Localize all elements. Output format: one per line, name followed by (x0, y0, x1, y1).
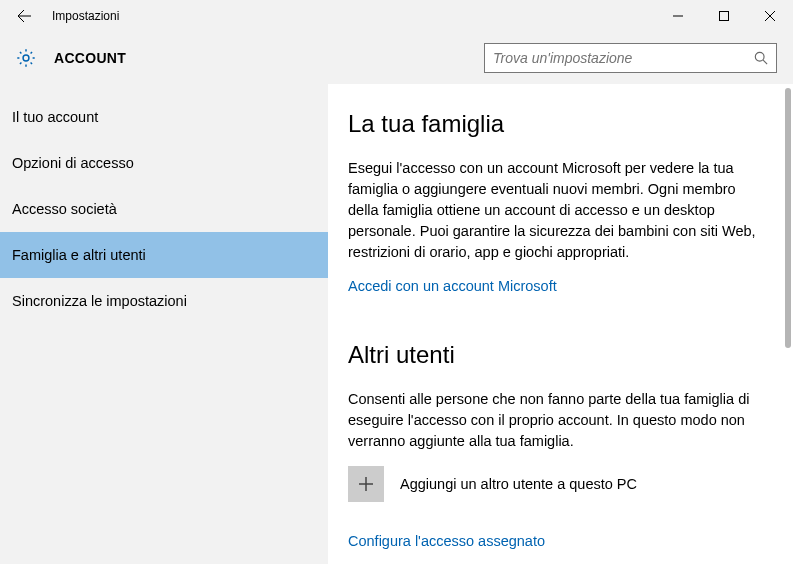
window-title: Impostazioni (48, 9, 119, 23)
sidebar-item-label: Sincronizza le impostazioni (12, 293, 187, 309)
sidebar-item-your-account[interactable]: Il tuo account (0, 94, 328, 140)
header: ACCOUNT (0, 32, 793, 84)
page-title: ACCOUNT (54, 50, 126, 66)
sidebar-item-label: Accesso società (12, 201, 117, 217)
other-users-section-title: Altri utenti (348, 341, 761, 369)
add-user-label: Aggiungi un altro utente a questo PC (400, 476, 637, 492)
add-user-button[interactable] (348, 466, 384, 502)
assigned-access-link[interactable]: Configura l'accesso assegnato (348, 533, 545, 549)
family-section-title: La tua famiglia (348, 110, 761, 138)
minimize-button[interactable] (655, 0, 701, 32)
titlebar: Impostazioni (0, 0, 793, 32)
svg-point-5 (755, 52, 764, 61)
sidebar-item-sync-settings[interactable]: Sincronizza le impostazioni (0, 278, 328, 324)
sidebar-item-work-access[interactable]: Accesso società (0, 186, 328, 232)
family-section-text: Esegui l'accesso con un account Microsof… (348, 158, 761, 263)
sidebar-item-label: Opzioni di accesso (12, 155, 134, 171)
other-users-section-text: Consenti alle persone che non fanno part… (348, 389, 761, 452)
sidebar-item-family-users[interactable]: Famiglia e altri utenti (0, 232, 328, 278)
search-input[interactable] (485, 44, 746, 72)
scrollbar[interactable] (785, 88, 791, 348)
signin-microsoft-link[interactable]: Accedi con un account Microsoft (348, 278, 557, 294)
back-button[interactable] (0, 0, 48, 32)
sidebar: Il tuo account Opzioni di accesso Access… (0, 84, 328, 564)
search-box[interactable] (484, 43, 777, 73)
content-area: La tua famiglia Esegui l'accesso con un … (328, 84, 793, 564)
maximize-button[interactable] (701, 0, 747, 32)
search-icon[interactable] (746, 44, 776, 72)
svg-point-4 (23, 55, 29, 61)
sidebar-item-label: Il tuo account (12, 109, 98, 125)
gear-icon (14, 46, 38, 70)
sidebar-item-signin-options[interactable]: Opzioni di accesso (0, 140, 328, 186)
sidebar-item-label: Famiglia e altri utenti (12, 247, 146, 263)
svg-rect-1 (720, 12, 729, 21)
close-button[interactable] (747, 0, 793, 32)
svg-line-6 (763, 60, 767, 64)
